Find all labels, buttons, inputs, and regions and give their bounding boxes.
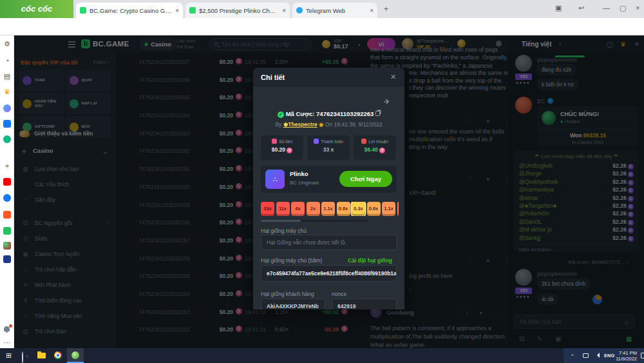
verified-check-icon: ✓ <box>278 112 284 118</box>
play-now-button[interactable]: Chơi Ngay <box>339 171 392 187</box>
browser-addressbar: ← → ↻ bc.game/vi/game/plinko ⊞ ◎ ↗ ☆ ◇ ↓… <box>0 18 644 35</box>
client-seed-field[interactable]: AkiA4XKKPJMYeNb <box>261 299 325 309</box>
token-coin-icon: J <box>287 148 292 153</box>
green-app-icon[interactable] <box>3 227 11 235</box>
server-seed-label: Hạt giống máy chủ <box>261 228 307 234</box>
modal-close-icon[interactable]: ✕ <box>390 73 396 81</box>
chrome-icon[interactable] <box>54 351 62 359</box>
seed-settings-link[interactable]: Cài đặt hạt giống <box>348 257 392 264</box>
nonce-label: nonce <box>332 291 346 297</box>
modal-header: Chi tiết ✕ <box>253 68 404 87</box>
b <box>4 326 10 331</box>
stat-value: $6.40 J <box>354 146 396 153</box>
orange-app-icon[interactable] <box>3 211 11 219</box>
multiplier-slots: 33x 11x 4x 2x 1.1x 0.6x 0.3x 0.6x 1.1x <box>261 202 399 216</box>
share-bet-icon[interactable]: ✈ <box>383 97 391 107</box>
stat-icon <box>272 139 277 144</box>
clock-time[interactable]: 7:41 PM <box>619 350 637 356</box>
bet-details-modal: Chi tiết ✕ ✈ ✓ Mã Cược: 7476234110329226… <box>253 68 404 309</box>
browser-tab-telegram[interactable]: Telegram Web × <box>292 3 377 18</box>
multiplier-slot: 0.6x <box>367 202 381 216</box>
copy-icon[interactable] <box>375 111 380 116</box>
token-coin-icon: J <box>379 148 385 153</box>
popup-arrow-icon[interactable]: ↩ <box>578 4 584 12</box>
bcgame-favicon <box>189 7 196 14</box>
new-tab-button[interactable]: + <box>384 5 388 14</box>
server-seed-hash-label: Hạt giống máy chủ (băm) <box>261 257 322 264</box>
modal-title: Chi tiết <box>261 74 285 81</box>
plinko-thumbnail[interactable]: ∴ <box>265 170 285 189</box>
multiplier-slot: 1.1x <box>321 202 335 216</box>
feed-list-icon[interactable]: ▤ <box>3 72 11 80</box>
stat-icon <box>314 139 319 144</box>
taskbar-search-icon[interactable] <box>22 352 23 363</box>
multiplier-slot: 33x <box>261 202 274 216</box>
history-clock-icon[interactable]: ◔ <box>3 57 11 64</box>
a <box>641 353 644 358</box>
game-provider: BC Originals <box>290 180 319 186</box>
windows-taskbar: ⊞ ^ ENG 7:41 PM 11/9/2022 <box>0 348 644 363</box>
player-link[interactable]: ♚Thespectre <box>283 121 317 128</box>
facebook-icon[interactable] <box>3 194 11 202</box>
multiplier-slot: 11x <box>276 202 290 216</box>
bet-datetime: 19:41:38, 9/11/2022 <box>334 121 383 128</box>
coccoc-taskbar-icon[interactable] <box>67 348 84 363</box>
coccoc-logo[interactable]: cốc cốc <box>0 0 73 18</box>
tab-close-icon[interactable]: × <box>370 7 374 14</box>
window-close-button[interactable]: × <box>636 4 639 12</box>
bet-stats: Số tiền $0.20 J Thanh toán 33 x Lợi nhuậ… <box>261 135 397 160</box>
screen: cốc cốc BC.Game: Crypto Casino Gam × $2,… <box>0 0 644 363</box>
bcgame-favicon <box>80 7 86 14</box>
stat-card: Số tiền $0.20 J <box>261 135 303 160</box>
messenger-icon[interactable] <box>3 104 11 112</box>
language-indicator[interactable]: ENG <box>604 353 614 358</box>
multiplier-slot: 2x <box>307 202 320 216</box>
browser-tab-plinko-challenge[interactable]: $2,500 Prestige Plinko Challe × <box>185 3 290 18</box>
modal-bet-id: 74762341103292263 <box>316 110 374 117</box>
m <box>22 351 23 363</box>
tab-close-icon[interactable]: × <box>175 7 179 14</box>
clock-date[interactable]: 11/9/2022 <box>615 356 637 362</box>
stat-card: Lợi nhuận $6.40 J <box>354 135 396 160</box>
game-name: Plinko <box>290 170 308 177</box>
bee-icon: ◉ <box>319 121 323 128</box>
server-seed-hash-field[interactable]: e7c459474fa77ae5ce9e6218f5f8ceff4086f991… <box>261 265 397 282</box>
leaf-app-icon[interactable] <box>3 242 11 250</box>
tray-chevron-icon[interactable]: ^ <box>571 353 574 358</box>
alerts-bell-icon[interactable] <box>3 326 11 333</box>
add-app-icon[interactable]: + <box>3 162 11 170</box>
stat-card: Thanh toán 33 x <box>307 135 350 160</box>
tab-close-icon[interactable]: × <box>282 7 286 14</box>
window-restore-button[interactable]: ▢ <box>620 4 626 12</box>
multiplier-slot: 1.1x <box>382 202 395 216</box>
multiplier-slot <box>397 202 399 216</box>
crown-icon[interactable]: ♛ <box>3 88 11 95</box>
game-app-icon[interactable] <box>3 135 11 143</box>
youtube-icon[interactable] <box>3 178 11 186</box>
browser-tabstrip: cốc cốc BC.Game: Crypto Casino Gam × $2,… <box>0 0 644 18</box>
system-tray: ^ ENG 7:41 PM 11/9/2022 <box>564 348 644 363</box>
multiplier-scrollbar-thumb[interactable] <box>261 220 301 222</box>
multiplier-slot: 0.6x <box>337 202 350 216</box>
reading-mode-icon[interactable]: ▣ <box>555 4 562 12</box>
start-button[interactable]: ⊞ <box>6 351 12 360</box>
game-card: ∴ Plinko BC Originals Chơi Ngay <box>261 166 397 193</box>
more-dots-icon[interactable]: ⋯ <box>3 338 11 346</box>
zalo-app-icon[interactable] <box>3 120 11 128</box>
stat-value: 33 x <box>307 146 350 153</box>
n <box>583 353 589 358</box>
c <box>71 351 79 359</box>
bet-author-row: By ♚Thespectre ◉ On 19:41:38, 9/11/2022 <box>253 121 404 128</box>
stat-icon <box>361 139 366 144</box>
browser-tab-bcgame[interactable]: BC.Game: Crypto Casino Gam × <box>76 3 183 18</box>
hh-app-icon[interactable] <box>3 255 11 263</box>
nonce-field[interactable]: 642919 <box>332 299 397 309</box>
settings-gear-icon[interactable]: ⚙ <box>3 40 11 48</box>
window-minimize-button[interactable]: — <box>603 4 610 12</box>
file-explorer-icon[interactable] <box>37 353 46 358</box>
bcgame-site: b BC.GAME ◆ Casino Các môn thể thao XSP … <box>14 35 644 348</box>
bet-id-row: ✓ Mã Cược: 74762341103292263 <box>253 110 404 118</box>
server-seed-field[interactable]: Hạt Giống vẫn chưa được tiết lộ. <box>261 235 397 250</box>
browser-sidebar-strip: ⚙ ◔ ▤ ♛ + ⋯ <box>0 35 14 348</box>
stat-value: $0.20 J <box>261 146 303 153</box>
